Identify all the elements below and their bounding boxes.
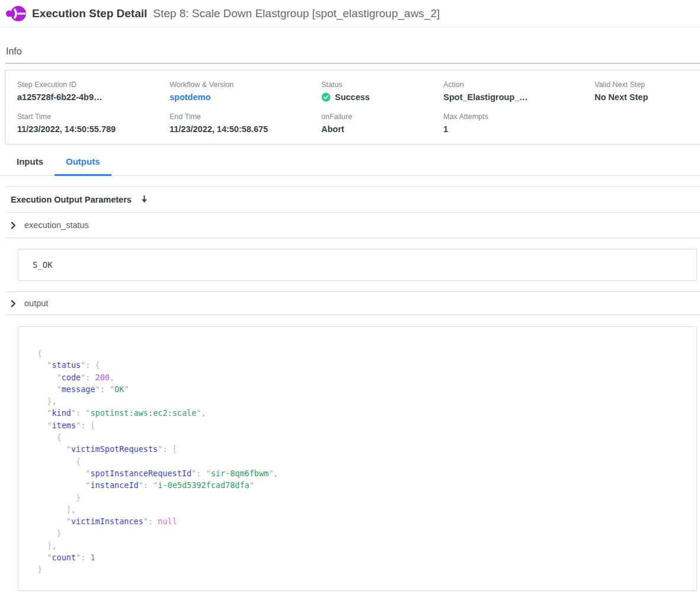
json-line: ], (37, 503, 685, 515)
json-line: "count": 1 (37, 551, 685, 563)
tab-outputs[interactable]: Outputs (55, 156, 111, 175)
info-card: Step Execution IDa125728f-6b22-4b9…Workf… (5, 70, 700, 145)
field-value: Success (321, 92, 443, 102)
field-value-text: a125728f-6b22-4b9… (17, 92, 102, 102)
info-field: Start Time11/23/2022, 14:50:55.789 (17, 113, 170, 134)
spot-logo-icon (6, 5, 26, 22)
json-line: } (37, 527, 685, 539)
outputs-heading-row: Execution Output Parameters (0, 187, 700, 212)
json-code: { "status": { "code": 200, "message": "O… (37, 347, 685, 576)
json-line: }, (37, 395, 685, 407)
field-value: Abort (321, 124, 443, 134)
info-field (594, 113, 700, 134)
field-label: Workflow & Version (170, 81, 321, 89)
field-value-text: No Next Step (594, 92, 648, 102)
field-value-text: Spot_Elastigroup_… (443, 92, 528, 102)
success-check-icon (321, 92, 331, 102)
json-line: "victimInstances": null (37, 515, 685, 527)
app-header: Execution Step Detail Step 8: Scale Down… (0, 0, 700, 27)
json-line: { (37, 456, 685, 467)
execution-status-value-box: S_OK (18, 249, 697, 281)
field-value: 11/23/2022, 14:50:58.675 (170, 124, 321, 134)
field-value-text: 11/23/2022, 14:50:58.675 (170, 124, 268, 134)
json-line: "spotInstanceRequestId": "sir-8qm6fbwm", (37, 467, 685, 479)
field-value-text: 11/23/2022, 14:50:55.789 (17, 124, 116, 134)
info-field: Step Execution IDa125728f-6b22-4b9… (17, 81, 170, 102)
field-label: Action (443, 81, 594, 89)
info-field: Max Attempts1 (443, 113, 594, 134)
info-field: Valid Next StepNo Next Step (594, 81, 700, 102)
json-line: "victimSpotRequests": [ (37, 443, 685, 455)
field-value-text: spotdemo (170, 92, 210, 102)
download-outputs-icon[interactable] (140, 194, 149, 204)
info-section-label: Info (6, 46, 700, 57)
chevron-right-icon (9, 222, 17, 229)
field-value[interactable]: spotdemo (170, 92, 321, 102)
field-value: No Next Step (594, 92, 700, 102)
field-label: Status (321, 81, 443, 89)
section-name: output (24, 299, 48, 308)
info-fields: Step Execution IDa125728f-6b22-4b9…Workf… (17, 81, 700, 134)
field-value-text: Abort (321, 124, 344, 134)
divider (5, 315, 700, 315)
divider (5, 238, 700, 238)
json-line: } (37, 563, 685, 575)
section-row-execution-status[interactable]: execution_status (0, 213, 700, 238)
info-field: onFailureAbort (321, 113, 443, 134)
field-label (594, 113, 700, 121)
execution-status-value: S_OK (33, 260, 53, 270)
field-value-text: 1 (443, 124, 448, 134)
field-label: Step Execution ID (17, 81, 170, 89)
field-value: 1 (443, 124, 594, 134)
field-label: onFailure (321, 113, 443, 121)
json-line: { (37, 347, 685, 359)
info-field: StatusSuccess (321, 81, 443, 102)
json-line: "status": { (37, 359, 685, 371)
divider (5, 63, 700, 64)
field-value: 11/23/2022, 14:50:55.789 (17, 124, 170, 134)
field-value: Spot_Elastigroup_… (443, 92, 594, 102)
json-line: "kind": "spotinst:aws:ec2:scale", (37, 407, 685, 419)
json-line: } (37, 492, 685, 503)
json-line: "items": [ (37, 419, 685, 431)
outputs-heading: Execution Output Parameters (11, 195, 132, 204)
field-label: Max Attempts (443, 113, 594, 121)
info-field: ActionSpot_Elastigroup_… (443, 81, 594, 102)
chevron-right-icon (9, 300, 17, 307)
json-line: "instanceId": "i-0e5d5392fcad78dfa" (37, 479, 685, 491)
field-label: Start Time (17, 113, 170, 121)
json-line: "message": "OK" (37, 383, 685, 395)
tabs-bar: InputsOutputs (0, 156, 700, 176)
field-value-text: Success (335, 92, 370, 102)
info-field: Workflow & Versionspotdemo (170, 81, 321, 102)
field-label: End Time (170, 113, 321, 121)
field-value: a125728f-6b22-4b9… (17, 92, 170, 102)
info-field: End Time11/23/2022, 14:50:58.675 (170, 113, 321, 134)
section-row-output[interactable]: output (0, 292, 700, 315)
json-line: ], (37, 540, 685, 551)
output-json-box: { "status": { "code": 200, "message": "O… (18, 326, 697, 591)
json-line: "code": 200, (37, 371, 685, 383)
field-label: Valid Next Step (594, 81, 700, 89)
page-title: Execution Step Detail (32, 7, 147, 20)
page-subtitle: Step 8: Scale Down Elastgroup [spot_elas… (153, 7, 440, 20)
tab-inputs[interactable]: Inputs (5, 156, 55, 175)
section-name: execution_status (24, 220, 89, 230)
json-line: { (37, 431, 685, 443)
